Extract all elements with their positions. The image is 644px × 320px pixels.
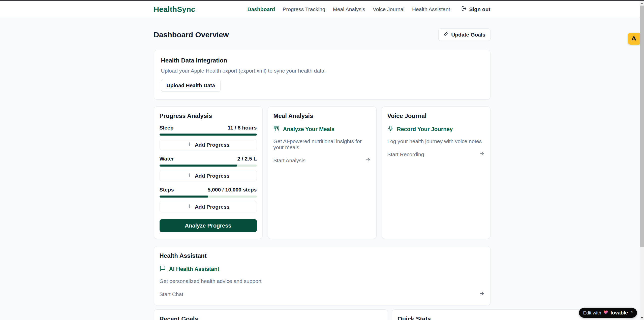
scrollbar-down-arrow[interactable] xyxy=(640,316,644,320)
health-data-description: Upload your Apple Health export (export.… xyxy=(161,68,483,74)
plus-icon xyxy=(187,204,192,210)
lovable-side-badge[interactable] xyxy=(628,33,640,45)
start-chat-label: Start Chat xyxy=(160,291,183,297)
arrow-right-icon xyxy=(479,291,485,298)
metric-steps-label: Steps xyxy=(160,187,174,193)
start-recording-label: Start Recording xyxy=(387,151,424,157)
edit-badge-prefix: Edit with xyxy=(583,310,601,316)
plus-icon xyxy=(187,173,192,179)
recent-goals-card: Recent Goals Select Date Today Yesterday… xyxy=(154,309,388,320)
add-steps-progress-button[interactable]: Add Progress xyxy=(160,201,257,212)
start-recording-action[interactable]: Start Recording xyxy=(387,151,485,158)
health-assistant-card: Health Assistant AI Health Assistant Get… xyxy=(154,246,490,305)
analyze-your-meals-link[interactable]: Analyze Your Meals xyxy=(273,125,371,133)
app-logo[interactable]: HealthSync xyxy=(154,5,195,14)
update-goals-label: Update Goals xyxy=(451,32,485,38)
microphone-icon xyxy=(387,125,393,133)
scrollbar-up-arrow[interactable] xyxy=(640,1,644,6)
meal-analysis-card: Meal Analysis Analyze Your Meals Get AI-… xyxy=(268,106,377,239)
top-navigation: Dashboard Progress Tracking Meal Analysi… xyxy=(248,6,490,13)
main-content: Dashboard Overview Update Goals Health D… xyxy=(154,17,490,320)
scrollbar-thumb[interactable] xyxy=(640,6,644,247)
metric-water-value: 2 / 2.5 L xyxy=(237,156,257,162)
metric-sleep-label: Sleep xyxy=(160,125,174,131)
utensils-icon xyxy=(273,125,280,133)
nav-health-assistant[interactable]: Health Assistant xyxy=(412,6,450,12)
recent-goals-title: Recent Goals xyxy=(160,315,382,320)
ai-health-assistant-label: AI Health Assistant xyxy=(169,266,220,272)
nav-voice-journal[interactable]: Voice Journal xyxy=(373,6,405,12)
add-water-progress-button[interactable]: Add Progress xyxy=(160,170,257,181)
edit-badge-brand: lovable xyxy=(610,310,628,316)
record-your-journey-link[interactable]: Record Your Journey xyxy=(387,125,485,133)
water-progress-bar xyxy=(160,165,257,167)
analyze-your-meals-label: Analyze Your Meals xyxy=(283,126,335,133)
metric-sleep: Sleep 11 / 8 hours Add Progress xyxy=(160,125,257,150)
pencil-icon xyxy=(443,31,448,38)
nav-progress-tracking[interactable]: Progress Tracking xyxy=(283,6,325,12)
nav-dashboard[interactable]: Dashboard xyxy=(248,6,275,12)
health-assistant-description: Get personalized health advice and suppo… xyxy=(160,278,485,284)
voice-journal-title: Voice Journal xyxy=(387,112,485,119)
arrow-right-icon xyxy=(365,157,371,164)
metric-steps-value: 5,000 / 10,000 steps xyxy=(208,187,257,193)
progress-analysis-title: Progress Analysis xyxy=(160,112,257,119)
health-data-integration-card: Health Data Integration Upload your Appl… xyxy=(154,50,490,100)
chat-bubble-icon xyxy=(160,265,166,273)
upload-health-data-button[interactable]: Upload Health Data xyxy=(161,79,221,92)
meal-analysis-description: Get AI-powered nutritional insights for … xyxy=(273,138,371,150)
arrow-right-icon xyxy=(479,151,485,158)
page-title: Dashboard Overview xyxy=(154,30,229,39)
add-progress-label: Add Progress xyxy=(195,173,230,179)
logout-icon xyxy=(461,6,467,13)
metric-steps: Steps 5,000 / 10,000 steps Add Progress xyxy=(160,187,257,212)
steps-progress-bar xyxy=(160,196,257,198)
record-your-journey-label: Record Your Journey xyxy=(397,126,453,133)
nav-meal-analysis[interactable]: Meal Analysis xyxy=(333,6,365,12)
add-progress-label: Add Progress xyxy=(195,204,230,210)
health-assistant-title: Health Assistant xyxy=(160,252,485,259)
metric-sleep-value: 11 / 8 hours xyxy=(228,125,257,131)
voice-journal-description: Log your health journey with voice notes xyxy=(387,138,485,144)
progress-analysis-card: Progress Analysis Sleep 11 / 8 hours Add… xyxy=(154,106,263,239)
health-data-title: Health Data Integration xyxy=(161,57,483,64)
analyze-progress-button[interactable]: Analyze Progress xyxy=(160,219,257,232)
lovable-badge-icon xyxy=(631,35,637,43)
sign-out-button[interactable]: Sign out xyxy=(461,6,490,13)
plus-icon xyxy=(187,142,192,148)
add-sleep-progress-button[interactable]: Add Progress xyxy=(160,139,257,150)
sleep-progress-bar xyxy=(160,134,257,136)
sign-out-label: Sign out xyxy=(469,6,490,12)
metric-water-label: Water xyxy=(160,156,174,162)
meal-analysis-title: Meal Analysis xyxy=(273,112,371,119)
voice-journal-card: Voice Journal Record Your Journey Log yo… xyxy=(382,106,490,239)
edit-with-lovable-badge[interactable]: Edit with lovable × xyxy=(579,308,637,318)
heart-icon xyxy=(603,310,608,316)
vertical-scrollbar[interactable] xyxy=(640,1,644,320)
add-progress-label: Add Progress xyxy=(195,142,230,148)
app-header: HealthSync Dashboard Progress Tracking M… xyxy=(0,1,644,17)
start-chat-action[interactable]: Start Chat xyxy=(160,291,485,298)
update-goals-button[interactable]: Update Goals xyxy=(438,28,490,41)
ai-health-assistant-link[interactable]: AI Health Assistant xyxy=(160,265,485,273)
edit-badge-close-icon[interactable]: × xyxy=(631,309,633,314)
start-analysis-label: Start Analysis xyxy=(273,157,305,164)
window-top-strip xyxy=(0,0,644,1)
metric-water: Water 2 / 2.5 L Add Progress xyxy=(160,156,257,181)
start-analysis-action[interactable]: Start Analysis xyxy=(273,157,371,164)
